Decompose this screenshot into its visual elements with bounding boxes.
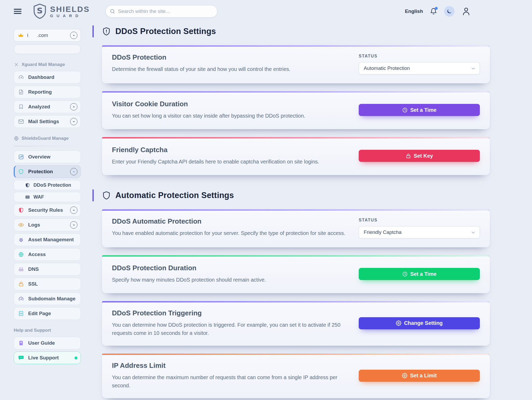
card-accent-bar <box>102 91 490 93</box>
sidebar-item-waf[interactable]: WAF <box>14 192 81 202</box>
sidebar-item-label: SSL <box>28 281 38 287</box>
sidebar-menu: Xguard Mail ManageDashboardReportingAnal… <box>14 62 81 364</box>
card-description: Determine the firewall status of your si… <box>112 65 290 73</box>
sidebar-item-reporting[interactable]: Reporting <box>14 86 81 98</box>
user-account-icon[interactable] <box>461 7 471 16</box>
binoculars-icon <box>18 266 24 272</box>
sidebar-section-label: ShieldsGuard Manage <box>22 136 69 141</box>
sidebar: i.com Xguard Mail ManageDashboardReporti… <box>14 23 81 366</box>
sidebar-item-label: Security Rules <box>28 207 63 213</box>
notifications-bell-icon[interactable] <box>430 8 437 15</box>
close-icon <box>14 62 19 67</box>
sidebar-item-edit-page[interactable]: Edit Page <box>14 307 81 320</box>
moon-icon <box>446 8 452 14</box>
sidebar-item-asset-management[interactable]: Asset Management <box>14 233 81 246</box>
sidebar-item-live-support[interactable]: Live Support <box>14 351 81 364</box>
hamburger-menu-icon[interactable] <box>13 7 22 16</box>
sidebar-item-user-guide[interactable]: User Guide <box>14 337 81 349</box>
set-key-button[interactable]: Set Key <box>359 150 480 162</box>
sidebar-item-label: DDoS Protection <box>33 182 71 188</box>
card-ddos-protection-duration: DDoS Protection DurationSpecify how many… <box>102 255 490 293</box>
lock-icon <box>18 281 24 287</box>
chevron-down-icon <box>70 118 77 125</box>
card-accent-bar <box>102 301 490 302</box>
top-header: S SHIELDS GUARD English <box>0 0 532 23</box>
card-description: Enter your Friendly Captcha API details … <box>112 158 319 166</box>
sidebar-item-protection[interactable]: Protection <box>14 165 81 178</box>
card-description: Specify how many minutes DDoS protection… <box>112 276 266 284</box>
bookmark-icon <box>18 104 24 110</box>
sidebar-item-access[interactable]: Access <box>14 248 81 261</box>
sidebar-item-dashboard[interactable]: Dashboard <box>14 71 81 84</box>
sidebar-item-label: User Guide <box>28 340 55 346</box>
select-value: Friendly Captcha <box>364 229 402 235</box>
sidebar-item-label: Asset Management <box>28 237 74 243</box>
sidebar-item-label: Edit Page <box>28 311 51 316</box>
select-ddos-protection[interactable]: Automatic Protection <box>359 62 480 74</box>
sidebar-item-overview[interactable]: Overview <box>14 151 81 163</box>
card-ip-address-limit: IP Address LimitYou can determine the ma… <box>102 354 490 398</box>
search-icon <box>110 9 115 14</box>
sidebar-item-security-rules[interactable]: Security Rules <box>14 204 81 216</box>
sidebar-item-label: Reporting <box>28 89 52 95</box>
logo-text-line2: GUARD <box>50 13 90 18</box>
sidebar-item-dns[interactable]: DNS <box>14 263 81 276</box>
crown-icon <box>18 32 24 38</box>
domain-secondary-box[interactable] <box>14 44 81 54</box>
main-content: DDoS Protection SettingsDDoS ProtectionD… <box>81 23 532 400</box>
button-label: Set a Limit <box>410 373 437 379</box>
domain-selector[interactable]: i.com <box>14 29 81 42</box>
sidebar-section-label: Help and Support <box>14 328 51 333</box>
card-accent-bar <box>102 209 490 211</box>
card-description: You can determine how DDoS protection is… <box>112 321 348 337</box>
section-header: Automatic Protection Settings <box>92 189 490 201</box>
card-ddos-protection-triggering: DDoS Protection TriggeringYou can determ… <box>102 301 490 346</box>
button-label: Change Setting <box>404 320 443 326</box>
set-a-limit-button[interactable]: Set a Limit <box>359 370 480 382</box>
sidebar-section-label: Xguard Mail Manage <box>22 62 65 67</box>
sidebar-item-label: DNS <box>28 266 39 272</box>
select-value: Automatic Protection <box>364 65 410 71</box>
card-title: DDoS Protection Triggering <box>112 309 348 317</box>
sidebar-item-ssl[interactable]: SSL <box>14 278 81 290</box>
card-accent-bar <box>102 45 490 47</box>
dark-mode-toggle[interactable] <box>444 6 455 17</box>
gear-icon <box>402 373 407 378</box>
card-ddos-protection: DDoS ProtectionDetermine the firewall st… <box>102 45 490 83</box>
select-ddos-automatic-protection[interactable]: Friendly Captcha <box>359 226 480 238</box>
set-a-time-button[interactable]: Set a Time <box>359 268 480 280</box>
domain-label: i.com <box>27 32 48 38</box>
sidebar-section-xguard-mail-manage: Xguard Mail Manage <box>14 62 81 67</box>
gear-icon <box>396 320 401 326</box>
sidebar-divider <box>14 146 81 146</box>
sidebar-item-ddos-protection[interactable]: DDoS Protection <box>14 180 81 190</box>
eye-icon <box>18 222 24 228</box>
set-a-time-button[interactable]: Set a Time <box>359 104 480 116</box>
sidebar-item-analyzed[interactable]: Analyzed <box>14 100 81 113</box>
card-description: You have enabled automatic protection fo… <box>112 229 345 237</box>
shield-half-icon <box>18 207 24 213</box>
shieldsguard-logo: S SHIELDS GUARD <box>32 3 90 20</box>
section-title: Automatic Protection Settings <box>115 191 234 200</box>
sidebar-section-shieldsguard-manage: ShieldsGuard Manage <box>14 136 81 141</box>
sidebar-item-logs[interactable]: Logs <box>14 219 81 231</box>
card-title: DDoS Protection <box>112 53 290 61</box>
sidebar-item-label: WAF <box>33 194 44 200</box>
file-icon <box>18 89 24 95</box>
status-label: STATUS <box>359 218 480 223</box>
change-setting-button[interactable]: Change Setting <box>359 317 480 329</box>
sidebar-item-label: Access <box>28 252 46 257</box>
code-icon <box>18 311 24 316</box>
logo-shield-icon: S <box>32 3 47 20</box>
globe-icon <box>14 136 19 141</box>
sidebar-item-mail-settings[interactable]: Mail Settings <box>14 115 81 128</box>
globe-icon <box>18 252 24 257</box>
search-input[interactable] <box>106 5 217 17</box>
sidebar-item-subdomain-manage[interactable]: Subdomain Manage <box>14 292 81 305</box>
language-selector[interactable]: English <box>405 8 423 14</box>
chevron-down-icon <box>70 103 77 110</box>
notification-dot <box>435 7 438 10</box>
card-title: Friendly Captcha <box>112 146 319 154</box>
chevron-down-icon <box>70 221 77 229</box>
card-title: DDoS Protection Duration <box>112 264 266 272</box>
